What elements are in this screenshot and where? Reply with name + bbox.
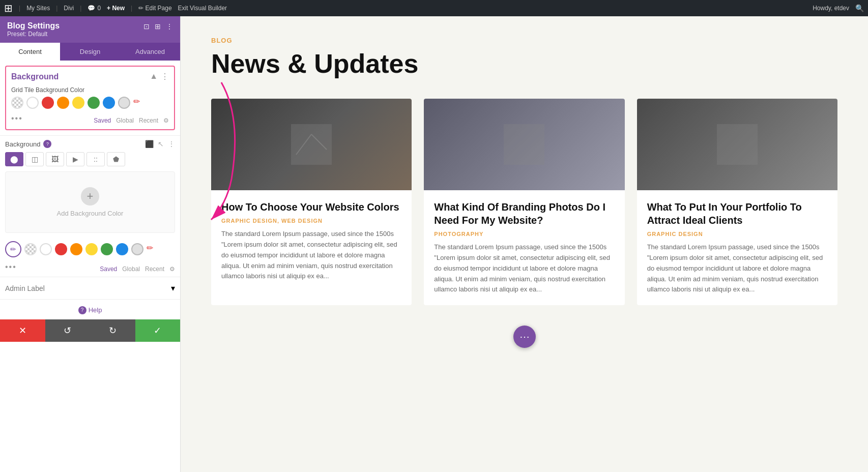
card-3-excerpt: The standard Lorem Ipsum passage, used s… (647, 242, 827, 295)
comments-icon[interactable]: 💬 0 (88, 5, 101, 12)
blog-card-image-3 (637, 99, 837, 190)
bg-help-icon[interactable]: ? (43, 140, 51, 148)
swatch-yellow[interactable] (72, 97, 84, 109)
blog-card-image-1 (211, 99, 412, 190)
tab-content[interactable]: Content (0, 43, 60, 61)
color-swatches-bottom: ✏ (24, 243, 159, 255)
sidebar-preset[interactable]: Preset: Default (7, 31, 60, 38)
swatch-red[interactable] (42, 97, 54, 109)
color-pencil-icon-2[interactable]: ✏ (147, 243, 159, 255)
swatch-white[interactable] (26, 97, 39, 109)
divi-link[interactable]: Divi (64, 5, 74, 12)
swatch-transparent[interactable] (11, 97, 23, 109)
help-button[interactable]: ? Help (78, 306, 102, 314)
recent-tab[interactable]: Recent (139, 117, 158, 124)
fab-button[interactable]: ⋯ (513, 326, 536, 348)
bg-type-pattern[interactable]: :: (86, 152, 105, 166)
swatch-orange[interactable] (57, 97, 69, 109)
swatch-transparent-2[interactable] (24, 243, 37, 255)
swatch-light-gray[interactable] (118, 97, 130, 109)
exit-builder-link[interactable]: Exit Visual Builder (178, 5, 227, 12)
admin-label-text: Admin Label (5, 284, 45, 292)
settings-icon[interactable]: ⚙ (163, 117, 169, 124)
global-tab[interactable]: Global (116, 117, 134, 124)
save-button[interactable]: ✓ (135, 319, 181, 342)
dots-more-top[interactable]: ••• (11, 114, 23, 123)
bg-type-gradient[interactable]: ◫ (25, 152, 44, 166)
admin-label-row[interactable]: Admin Label ▾ (0, 277, 180, 299)
card-1-title: How To Choose Your Website Colors (221, 200, 401, 214)
tab-design[interactable]: Design (60, 43, 120, 61)
settings-icon-2[interactable]: ⚙ (169, 266, 175, 273)
blog-label: BLOG (211, 37, 837, 44)
my-sites-link[interactable]: My Sites (26, 5, 50, 12)
pencil-icon: ✏ (138, 5, 143, 12)
wp-icon[interactable]: ⊞ (4, 2, 13, 14)
redo-button[interactable]: ↻ (90, 319, 135, 342)
color-swatches-top: ✏ (11, 97, 169, 109)
collapse-icon[interactable]: ▲ (150, 72, 158, 81)
color-pencil-icon[interactable]: ✏ (133, 97, 146, 109)
admin-bar: ⊞ | My Sites | Divi | 💬 0 + New | ✏ Edit… (0, 0, 868, 16)
bg-row: Background ? ⬛ ↖ ⋮ ⬤ ◫ 🖼 ▶ :: ⬟ + Add Ba… (0, 135, 180, 237)
swatch-blue[interactable] (103, 97, 115, 109)
swatch-white-2[interactable] (40, 243, 52, 255)
bg-type-color[interactable]: ⬤ (5, 152, 23, 166)
bg-type-icons: ⬤ ◫ 🖼 ▶ :: ⬟ (5, 152, 175, 166)
add-bg-color-box: + Add Background Color (5, 171, 175, 233)
swatch-green[interactable] (88, 97, 100, 109)
sidebar: Blog Settings Preset: Default ⊡ ⊞ ⋮ Cont… (0, 16, 181, 472)
blog-main-title: News & Updates (211, 49, 837, 78)
grid-tile-label: Grid Tile Background Color (11, 86, 169, 94)
dots-more-bottom[interactable]: ••• (5, 262, 17, 272)
action-bar: ✕ ↺ ↻ ✓ (0, 319, 180, 342)
search-icon[interactable]: 🔍 (855, 4, 864, 12)
bg-arrow-icon[interactable]: ↖ (158, 140, 164, 148)
admin-label-chevron: ▾ (171, 283, 175, 293)
recent-tab-2[interactable]: Recent (145, 266, 164, 273)
card-2-category[interactable]: PHOTOGRAPHY (434, 231, 614, 237)
swatch-red-2[interactable] (55, 243, 67, 255)
background-title: Background (11, 72, 59, 81)
card-1-excerpt: The standard Lorem Ipsum passage, used s… (221, 229, 401, 282)
add-bg-label: Add Background Color (11, 210, 169, 217)
help-icon: ? (78, 306, 86, 314)
fullscreen-icon[interactable]: ⊡ (143, 22, 150, 31)
svg-rect-5 (717, 124, 758, 165)
swatch-orange-2[interactable] (70, 243, 82, 255)
swatch-yellow-2[interactable] (85, 243, 98, 255)
more-icon[interactable]: ⋮ (166, 22, 173, 31)
tab-advanced[interactable]: Advanced (120, 43, 180, 61)
card-1-category[interactable]: GRAPHIC DESIGN, WEB DESIGN (221, 218, 401, 224)
saved-tab[interactable]: Saved (94, 117, 111, 124)
undo-button[interactable]: ↺ (45, 319, 91, 342)
edit-page-link[interactable]: ✏ Edit Page (138, 5, 171, 12)
swatch-green-2[interactable] (101, 243, 113, 255)
bg-more-icon[interactable]: ⋮ (168, 140, 175, 148)
card-2-title: What Kind Of Branding Photos Do I Need F… (434, 200, 614, 227)
card-2-excerpt: The standard Lorem Ipsum passage, used s… (434, 242, 614, 295)
bg-type-mask[interactable]: ⬟ (107, 152, 125, 166)
saved-tab-2[interactable]: Saved (100, 266, 117, 273)
card-3-title: What To Put In Your Portfolio To Attract… (647, 200, 827, 227)
svg-rect-4 (504, 124, 544, 165)
cancel-button[interactable]: ✕ (0, 319, 45, 342)
new-link[interactable]: + New (107, 5, 125, 12)
more-options-icon[interactable]: ⋮ (161, 72, 169, 81)
swatch-light-gray-2[interactable] (131, 243, 143, 255)
card-3-category[interactable]: GRAPHIC DESIGN (647, 231, 827, 237)
sidebar-header: Blog Settings Preset: Default ⊡ ⊞ ⋮ (0, 16, 180, 43)
layout-icon[interactable]: ⊞ (155, 22, 161, 31)
help-row: ? Help (0, 299, 180, 319)
add-bg-plus-button[interactable]: + (81, 187, 99, 205)
saved-tabs-top: Saved Global Recent ⚙ (94, 117, 169, 124)
main-layout: Blog Settings Preset: Default ⊡ ⊞ ⋮ Cont… (0, 16, 868, 472)
global-tab-2[interactable]: Global (122, 266, 140, 273)
sidebar-tabs: Content Design Advanced (0, 43, 180, 61)
bg-type-video[interactable]: ▶ (66, 152, 84, 166)
bg-device-icon[interactable]: ⬛ (145, 140, 154, 148)
swatch-blue-2[interactable] (116, 243, 128, 255)
eyedropper-button[interactable]: ✏ (5, 241, 21, 257)
background-section: Background ▲ ⋮ Grid Tile Background Colo… (5, 66, 175, 130)
bg-type-image[interactable]: 🖼 (46, 152, 64, 166)
